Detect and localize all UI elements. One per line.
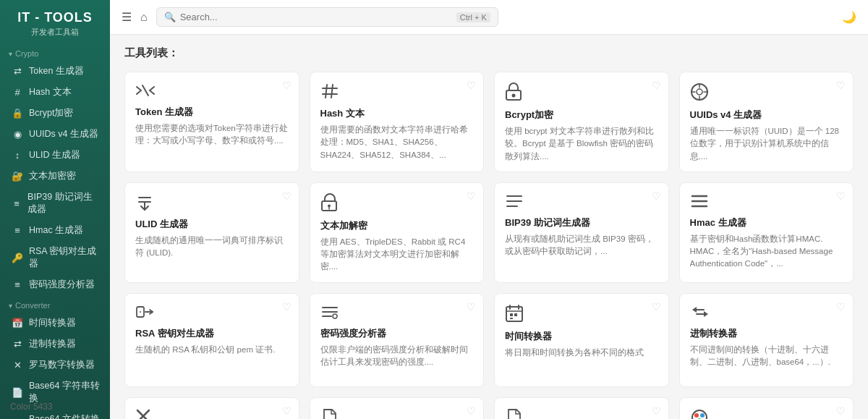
token-card-icon	[135, 82, 289, 101]
sidebar-subtitle: 开发者工具箱	[9, 27, 101, 38]
tool-card-hash[interactable]: ♡ Hash 文本 使用需要的函数对文本字符串进行哈希处理：MD5、SHA1、S…	[310, 72, 485, 172]
token-icon: ⇄	[12, 66, 23, 77]
ulid-card-title: ULID 生成器	[135, 218, 289, 231]
search-shortcut: Ctrl + K	[456, 12, 490, 22]
ulid-icon: ↕	[12, 150, 23, 161]
tool-card-hmac[interactable]: ♡ Hmac 生成器 基于密钥和Hash函数数计算HMAC. HMAC，全名为"…	[679, 182, 854, 283]
tool-card-color[interactable]: ♡ Color 在不同... 依依源码Y1YM.COM	[679, 397, 854, 420]
favorite-icon-bcrypt[interactable]: ♡	[652, 80, 661, 91]
sidebar: IT - TOOLS 开发者工具箱 ▾ Crypto ⇄ Token 生成器 #…	[0, 0, 110, 419]
sidebar-item-bip39[interactable]: ≡ BIP39 助记词生成器	[0, 187, 110, 220]
sidebar-item-hash[interactable]: # Hash 文本	[0, 82, 110, 103]
sidebar-item-base[interactable]: ⇄ 进制转换器	[0, 334, 110, 355]
sidebar-item-text-encrypt[interactable]: 🔐 文本加密密	[0, 166, 110, 187]
bip39-card-desc: 从现有或随机助记词生成 BIP39 密码，或从密码中获取助记词，...	[505, 233, 658, 258]
roman-card-icon	[135, 408, 289, 420]
tool-card-bcrypt[interactable]: ♡ Bcrypt加密 使用 bcrypt 对文本字符串进行散列和比较。Bcryp…	[494, 72, 669, 172]
lock-icon: 🔒	[12, 108, 23, 119]
sidebar-item-hmac[interactable]: ≡ Hmac 生成器	[0, 220, 110, 241]
home-icon[interactable]: ⌂	[140, 11, 148, 24]
time-card-icon	[505, 304, 658, 326]
menu-icon[interactable]: ☰	[122, 10, 132, 24]
tool-card-base-converter[interactable]: ♡ 进制转换器 不同进制间的转换（十进制、十六进制、二进制、八进制、base64…	[679, 293, 854, 387]
sidebar-logo: IT - TOOLS 开发者工具箱	[0, 0, 110, 43]
search-bar[interactable]: 🔍 Ctrl + K	[156, 7, 498, 27]
dark-mode-icon[interactable]: 🌙	[842, 10, 856, 24]
sidebar-item-uuid[interactable]: ◉ UUIDs v4 生成器	[0, 124, 110, 145]
chevron-down-icon-2: ▾	[9, 302, 12, 310]
favorite-icon-token[interactable]: ♡	[282, 80, 292, 91]
tool-card-bip39[interactable]: ♡ BIP39 助记词生成器 从现有或随机助记词生成 BIP39 密码，或从密码…	[494, 182, 669, 283]
roman-icon: ✕	[12, 360, 23, 371]
search-input[interactable]	[180, 12, 452, 22]
sidebar-title: IT - TOOLS	[9, 10, 101, 25]
favorite-icon-base64str[interactable]: ♡	[467, 405, 476, 417]
hmac-icon: ≡	[12, 225, 23, 236]
sidebar-section-converter[interactable]: ▾ Converter	[0, 295, 110, 313]
tool-card-text-encrypt[interactable]: ♡ 文本加解密 使用 AES、TripleDES、Rabbit 或 RC4 等加…	[310, 182, 485, 283]
favorite-icon-time[interactable]: ♡	[652, 301, 661, 313]
svg-point-8	[697, 89, 702, 95]
hash-card-desc: 使用需要的函数对文本字符串进行哈希处理：MD5、SHA1、SHA256、SHA2…	[320, 124, 474, 161]
bcrypt-card-desc: 使用 bcrypt 对文本字符串进行散列和比较。Bcrypt 是基于 Blowf…	[505, 125, 658, 163]
hmac-card-desc: 基于密钥和Hash函数数计算HMAC. HMAC，全名为"Hash-based …	[690, 233, 843, 271]
rsa-card-title: RSA 密钥对生成器	[135, 327, 289, 340]
tool-card-base64file[interactable]: ♡ 01 Base64 文件转换器 将字符串、文件或图像转换为 Base64 表…	[494, 397, 669, 420]
tool-card-base64str[interactable]: ♡ 01 Base64 字符串转换 将字符串编码和解码为 Base64 表示形式…	[310, 397, 485, 420]
svg-line-4	[331, 85, 333, 98]
favorite-icon-ulid[interactable]: ♡	[282, 190, 292, 202]
tool-card-ulid[interactable]: ♡ ULID 生成器 生成随机的通用唯一一词典可排序标识符 (ULID).	[124, 182, 299, 283]
main-content: ☰ ⌂ 🔍 Ctrl + K 🌙 工具列表： ♡ T	[110, 0, 868, 419]
favorite-icon-hmac[interactable]: ♡	[836, 190, 846, 202]
favorite-icon-hash[interactable]: ♡	[467, 80, 476, 91]
tool-card-rsa[interactable]: ♡ RSA 密钥对生成器 生随机的 RSA 私钥和公钥 pem 证书.	[124, 293, 299, 387]
token-card-desc: 使用您需要的选项对Token字符串进行处理：大写或小写字母、数字和或符号....	[135, 122, 289, 148]
uuid-card-icon	[690, 82, 843, 104]
hash-card-icon	[320, 82, 474, 103]
svg-point-45	[700, 413, 705, 418]
tool-card-password[interactable]: ♡ 密码强度分析器 仅限非户端的密码强度分析和破解时间估计工具来发现密码的强度.…	[310, 293, 485, 387]
password-card-title: 密码强度分析器	[320, 327, 474, 340]
sidebar-item-rsa[interactable]: 🔑 RSA 密钥对生成器	[0, 241, 110, 274]
content-area: 工具列表： ♡ Token 生成器 使用您需要的选项对Token字符串进行处理：…	[110, 35, 868, 419]
tool-card-uuid[interactable]: ♡ UUIDs v4 生成器 通用唯一一标识符（UUID）是一个 128 位数字…	[679, 72, 854, 172]
text-encrypt-card-title: 文本加解密	[320, 219, 474, 232]
sidebar-item-roman[interactable]: ✕ 罗马数字转换器	[0, 355, 110, 376]
chevron-down-icon: ▾	[9, 50, 12, 58]
sidebar-item-bcrypt[interactable]: 🔒 Bcrypt加密	[0, 103, 110, 124]
tool-card-roman[interactable]: ♡ 罗马数字转换器 将罗马数字转换为数字、将数字转换为罗马数字.	[124, 397, 299, 420]
base-icon: ⇄	[12, 339, 23, 350]
encrypt-icon: 🔐	[12, 171, 23, 182]
sidebar-item-time[interactable]: 📅 时间转换器	[0, 313, 110, 334]
sidebar-item-password-strength[interactable]: ≡ 密码强度分析器	[0, 274, 110, 295]
base-card-title: 进制转换器	[690, 327, 843, 340]
text-encrypt-card-icon	[320, 193, 474, 215]
ulid-card-desc: 生成随机的通用唯一一词典可排序标识符 (ULID).	[135, 234, 289, 260]
base-card-desc: 不同进制间的转换（十进制、十六进制、二进制、八进制、base64，...）.	[690, 344, 843, 369]
favorite-icon-text-encrypt[interactable]: ♡	[467, 190, 476, 202]
sidebar-item-ulid[interactable]: ↕ ULID 生成器	[0, 145, 110, 166]
favorite-icon-bip39[interactable]: ♡	[652, 190, 661, 202]
uuid-card-desc: 通用唯一一标识符（UUID）是一个 128 位数字，用于识别计算机系统中的信息.…	[690, 125, 843, 163]
sidebar-item-token[interactable]: ⇄ Token 生成器	[0, 61, 110, 82]
hash-icon: #	[12, 87, 23, 98]
favorite-icon-base64file[interactable]: ♡	[652, 405, 661, 417]
topbar: ☰ ⌂ 🔍 Ctrl + K 🌙	[110, 0, 868, 35]
favorite-icon-password[interactable]: ♡	[467, 301, 476, 313]
time-icon: 📅	[12, 318, 23, 329]
token-card-title: Token 生成器	[135, 106, 289, 119]
password-card-icon	[320, 304, 474, 323]
tool-card-token[interactable]: ♡ Token 生成器 使用您需要的选项对Token字符串进行处理：大写或小写字…	[124, 72, 299, 172]
time-card-title: 时间转换器	[505, 330, 658, 343]
sidebar-section-crypto[interactable]: ▾ Crypto	[0, 43, 110, 61]
time-card-desc: 将日期和时间转换为各种不同的格式	[505, 347, 658, 359]
favorite-icon-base-converter[interactable]: ♡	[836, 301, 846, 313]
svg-rect-36	[510, 318, 513, 319]
tool-card-time[interactable]: ♡ 时间转换器 将日期和时间转换为各种不同的格式	[494, 293, 669, 387]
hmac-card-icon	[690, 193, 843, 212]
fingerprint-icon: ◉	[12, 129, 23, 140]
favorite-icon-uuid[interactable]: ♡	[836, 80, 846, 91]
favorite-icon-rsa[interactable]: ♡	[282, 301, 292, 313]
favorite-icon-color[interactable]: ♡	[836, 405, 846, 417]
favorite-icon-roman[interactable]: ♡	[282, 405, 292, 417]
